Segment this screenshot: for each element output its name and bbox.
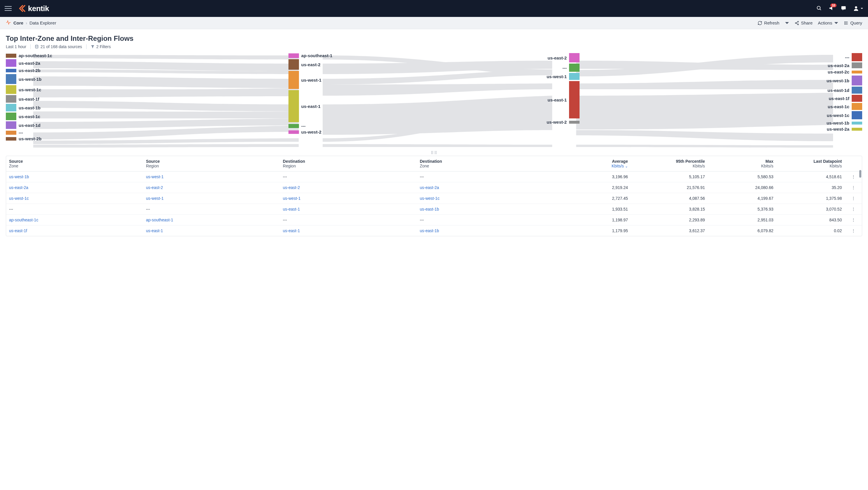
- column-header[interactable]: AverageKbits/s⌄: [554, 156, 631, 172]
- table-cell: us-west-1c: [417, 193, 554, 204]
- sankey-node[interactable]: us-west-1b: [827, 76, 862, 85]
- table-cell: 24,080.66: [708, 182, 776, 193]
- color-swatch: [852, 95, 862, 102]
- sankey-node[interactable]: ap-southeast-1c: [6, 53, 52, 58]
- column-header[interactable]: SourceRegion: [143, 156, 280, 172]
- query-button[interactable]: Query: [844, 21, 862, 25]
- sankey-node[interactable]: ---: [547, 64, 580, 72]
- cell-link[interactable]: us-east-2: [146, 185, 163, 190]
- cell-link[interactable]: us-east-1b: [420, 207, 439, 211]
- column-header[interactable]: 95th PercentileKbits/s: [631, 156, 708, 172]
- sankey-node[interactable]: us-east-1b: [6, 104, 52, 111]
- cell-link[interactable]: us-west-1: [146, 196, 164, 201]
- column-header[interactable]: SourceZone: [6, 156, 143, 172]
- row-actions-button[interactable]: ⋮: [845, 193, 862, 204]
- sankey-node[interactable]: us-west-1c: [827, 111, 862, 119]
- breadcrumb-separator: ›: [26, 21, 27, 25]
- sankey-node-label: us-west-1b: [827, 78, 849, 83]
- sankey-node[interactable]: us-east-2c: [827, 69, 862, 75]
- sankey-node-label: us-west-1: [301, 78, 321, 83]
- refresh-label: Refresh: [764, 21, 779, 25]
- sankey-node[interactable]: us-east-1c: [6, 113, 52, 120]
- resize-handle[interactable]: ⠿⠿: [0, 150, 868, 155]
- column-header[interactable]: DestinationZone: [417, 156, 554, 172]
- table-cell: us-east-1: [143, 226, 280, 236]
- cell-link[interactable]: us-east-1: [283, 207, 300, 211]
- sankey-node[interactable]: us-west-1b: [827, 120, 862, 125]
- refresh-button[interactable]: Refresh: [757, 21, 779, 25]
- cell-link[interactable]: us-east-2: [283, 185, 300, 190]
- cell-link[interactable]: us-west-1c: [420, 196, 440, 201]
- color-swatch: [852, 62, 862, 68]
- svg-rect-2: [841, 6, 846, 9]
- breadcrumb-root[interactable]: Core: [13, 21, 23, 25]
- sankey-node[interactable]: us-east-2: [547, 53, 580, 62]
- color-swatch: [569, 53, 580, 62]
- row-actions-button[interactable]: ⋮: [845, 215, 862, 226]
- sankey-node[interactable]: us-east-2a: [6, 59, 52, 67]
- sources-label[interactable]: 21 of 168 data sources: [35, 44, 82, 49]
- cell-link[interactable]: us-west-1: [283, 196, 301, 201]
- sankey-node[interactable]: us-west-2b: [6, 136, 52, 141]
- refresh-icon: [757, 21, 762, 25]
- sankey-node-label: us-east-1d: [19, 123, 40, 128]
- row-actions-button[interactable]: ⋮: [845, 204, 862, 215]
- actions-button[interactable]: Actions: [818, 21, 839, 25]
- cell-link[interactable]: us-east-2a: [9, 185, 28, 190]
- cell-link[interactable]: us-east-1f: [9, 228, 27, 233]
- sankey-node[interactable]: us-east-1: [288, 90, 333, 122]
- color-swatch: [6, 137, 16, 141]
- announcements-icon[interactable]: 10: [828, 5, 834, 12]
- color-swatch: [852, 53, 862, 61]
- chat-icon[interactable]: [841, 5, 846, 12]
- column-header[interactable]: Last DatapointKbits/s: [776, 156, 845, 172]
- cell-link[interactable]: us-west-1b: [9, 174, 29, 179]
- cell-link[interactable]: ap-southeast-1c: [9, 218, 38, 222]
- sankey-node[interactable]: us-west-2: [288, 129, 333, 135]
- cell-link[interactable]: us-east-1: [283, 228, 300, 233]
- sankey-node[interactable]: us-east-2: [288, 59, 333, 70]
- column-header[interactable]: MaxKbits/s: [708, 156, 776, 172]
- sankey-node[interactable]: us-west-2: [547, 120, 580, 124]
- user-menu[interactable]: [853, 5, 863, 12]
- sankey-node[interactable]: us-east-1f: [827, 95, 862, 102]
- cell-link[interactable]: us-west-1: [146, 174, 164, 179]
- share-button[interactable]: Share: [795, 21, 813, 25]
- sankey-node[interactable]: us-east-1: [547, 81, 580, 118]
- sankey-node[interactable]: us-west-1b: [6, 74, 52, 84]
- brand-logo[interactable]: kentik: [18, 4, 49, 13]
- cell-link[interactable]: ap-southeast-1: [146, 218, 173, 222]
- sankey-node[interactable]: us-east-1c: [827, 103, 862, 110]
- column-header[interactable]: DestinationRegion: [280, 156, 417, 172]
- share-icon: [795, 21, 799, 25]
- cell-link[interactable]: us-east-2a: [420, 185, 439, 190]
- search-icon[interactable]: [816, 5, 822, 12]
- table-cell: us-west-1: [143, 193, 280, 204]
- cell-link[interactable]: us-east-1: [146, 228, 163, 233]
- menu-icon[interactable]: [5, 5, 12, 12]
- sankey-node[interactable]: us-west-1c: [6, 85, 52, 94]
- scrollbar-thumb[interactable]: [859, 170, 861, 178]
- refresh-dropdown[interactable]: [785, 21, 789, 25]
- sankey-node[interactable]: us-west-1: [547, 73, 580, 80]
- sankey-node[interactable]: us-east-2a: [827, 62, 862, 68]
- sankey-node[interactable]: us-east-1f: [6, 95, 52, 103]
- row-actions-button[interactable]: ⋮: [845, 182, 862, 193]
- table-cell: 843.50: [776, 215, 845, 226]
- sankey-node[interactable]: ---: [288, 123, 333, 128]
- filters-label[interactable]: 2 Filters: [91, 44, 111, 49]
- sankey-node[interactable]: ap-southeast-1: [288, 53, 333, 58]
- pulse-icon: [6, 20, 11, 26]
- cell-link[interactable]: us-west-1c: [9, 196, 29, 201]
- sankey-node[interactable]: us-west-2a: [827, 126, 862, 132]
- sankey-node[interactable]: ---: [827, 53, 862, 61]
- breadcrumb-page[interactable]: Data Explorer: [29, 21, 56, 25]
- sankey-node[interactable]: us-east-1d: [827, 87, 862, 94]
- sankey-node[interactable]: us-west-1: [288, 71, 333, 89]
- row-actions-button[interactable]: ⋮: [845, 226, 862, 236]
- sankey-node[interactable]: us-east-2b: [6, 68, 52, 73]
- sankey-node[interactable]: us-east-1d: [6, 121, 52, 129]
- sankey-node[interactable]: ---: [6, 130, 52, 135]
- timerange-label[interactable]: Last 1 hour: [6, 44, 26, 49]
- cell-link[interactable]: us-east-1b: [420, 228, 439, 233]
